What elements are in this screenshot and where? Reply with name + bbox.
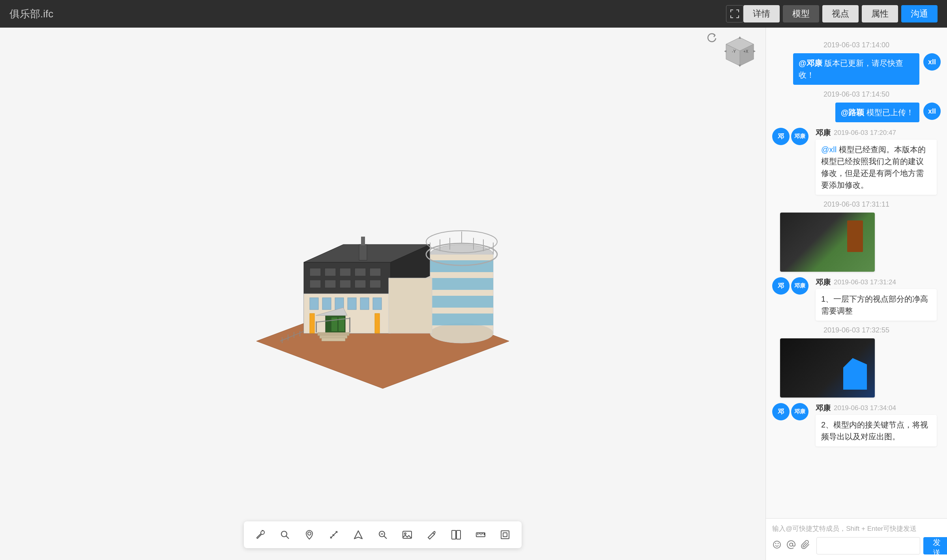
msg-xll-1: xll @邓康 版本已更新，请尽快查收！ xyxy=(772,53,941,85)
chat-panel: 2019-06-03 17:14:00 xll @邓康 版本已更新，请尽快查收！… xyxy=(765,28,947,560)
svg-rect-61 xyxy=(375,314,380,333)
msg-xll-2: xll @路颖 模型已上传！ xyxy=(772,103,941,122)
scene-container xyxy=(0,28,765,560)
svg-point-67 xyxy=(281,531,287,537)
svg-rect-26 xyxy=(322,298,331,310)
top-actions: 详情 模型 视点 属性 沟通 xyxy=(743,5,938,22)
svg-line-68 xyxy=(286,536,289,539)
svg-point-43 xyxy=(430,323,493,343)
svg-rect-16 xyxy=(325,268,336,276)
main-area: -Y +X xyxy=(0,28,947,560)
svg-rect-44 xyxy=(430,260,493,272)
svg-rect-30 xyxy=(373,298,382,310)
svg-rect-83 xyxy=(452,530,456,539)
svg-rect-47 xyxy=(430,314,493,325)
communicate-button[interactable]: 沟通 xyxy=(901,5,938,22)
svg-rect-29 xyxy=(360,298,369,310)
svg-rect-38 xyxy=(316,321,317,332)
avatar-deng-3: 邓 xyxy=(772,403,790,420)
svg-rect-37 xyxy=(322,338,345,341)
svg-rect-24 xyxy=(370,280,381,288)
avatar-deng-label-3: 邓康 xyxy=(791,403,809,420)
input-icons xyxy=(772,540,810,552)
pencil-tool-button[interactable] xyxy=(423,526,440,543)
svg-point-96 xyxy=(790,543,793,546)
svg-rect-92 xyxy=(503,533,507,537)
chat-input-area: 输入@可快捷艾特成员，Shift + Enter可快捷发送 xyxy=(766,518,947,560)
room-image[interactable] xyxy=(780,213,875,272)
msg-content-deng-3: 邓康 2019-06-03 17:34:04 2、模型内的接关键节点，将视频导出… xyxy=(816,403,937,446)
time-divider-4: 2019-06-03 17:32:55 xyxy=(772,326,941,334)
svg-marker-74 xyxy=(354,531,362,539)
svg-line-81 xyxy=(434,531,435,532)
svg-point-93 xyxy=(773,541,780,548)
chat-input-field[interactable] xyxy=(816,537,920,554)
svg-rect-46 xyxy=(430,296,493,308)
msg-content-deng-2: 邓康 2019-06-03 17:31:24 1、一层下方的视点部分的净高需要调… xyxy=(816,277,937,321)
split-tool-button[interactable] xyxy=(447,526,465,543)
avatar-deng-label: 邓康 xyxy=(791,128,809,145)
building-3d xyxy=(225,175,541,412)
svg-rect-17 xyxy=(340,268,351,276)
attachment-button[interactable] xyxy=(801,540,810,552)
zoom-region-button[interactable] xyxy=(374,526,391,543)
bubble-text-1: @邓康 版本已更新，请尽快查收！ xyxy=(793,53,919,85)
svg-rect-28 xyxy=(348,298,356,310)
magnify-tool-button[interactable] xyxy=(276,526,294,543)
svg-rect-91 xyxy=(501,531,509,539)
attribute-button[interactable]: 属性 xyxy=(862,5,898,22)
svg-line-82 xyxy=(434,532,435,534)
svg-rect-59 xyxy=(361,237,365,245)
avatar-deng-2: 邓 xyxy=(772,277,790,295)
time-divider: 2019-06-03 17:14:00 xyxy=(772,41,941,49)
msg-deng-1: 邓 邓康 邓康 2019-06-03 17:20:47 @xll 模型已经查阅。… xyxy=(772,128,941,195)
svg-rect-15 xyxy=(310,268,321,276)
image-msg-room xyxy=(772,213,941,272)
svg-rect-25 xyxy=(310,298,318,310)
3d-viewer[interactable]: -Y +X xyxy=(0,28,765,560)
image-msg-dark xyxy=(772,338,941,398)
avatar-xll: xll xyxy=(923,53,941,71)
measure-tool-button[interactable] xyxy=(325,526,342,543)
viewpoint-button[interactable]: 视点 xyxy=(822,5,859,22)
msg-deng-3: 邓 邓康 邓康 2019-06-03 17:34:04 2、模型内的接关键节点，… xyxy=(772,403,941,446)
msg-content-deng-1: 邓康 2019-06-03 17:20:47 @xll 模型已经查阅。本版本的模… xyxy=(816,128,937,195)
msg-text-deng-3: 2、模型内的接关键节点，将视频导出以及对应出图。 xyxy=(816,415,937,446)
avatar-deng-1: 邓 xyxy=(772,128,790,145)
at-button[interactable] xyxy=(786,540,796,552)
location-tool-button[interactable] xyxy=(301,526,318,543)
input-hint: 输入@可快捷艾特成员，Shift + Enter可快捷发送 xyxy=(772,524,941,533)
bubble-text-2: @路颖 模型已上传！ xyxy=(835,103,919,122)
frame-tool-button[interactable] xyxy=(496,526,514,543)
svg-point-69 xyxy=(308,532,311,535)
time-divider-2: 2019-06-03 17:14:50 xyxy=(772,90,941,99)
msg-text-deng-1: @xll 模型已经查阅。本版本的模型已经按照我们之前的建议修改，但是还是有两个地… xyxy=(816,140,937,195)
send-button[interactable]: 发送 xyxy=(923,537,947,554)
emoji-button[interactable] xyxy=(772,540,782,552)
detail-button[interactable]: 详情 xyxy=(743,5,780,22)
svg-line-76 xyxy=(384,536,387,539)
dark-model-image[interactable] xyxy=(780,338,875,398)
svg-rect-22 xyxy=(340,280,351,288)
svg-rect-57 xyxy=(389,278,432,333)
svg-rect-19 xyxy=(370,268,381,276)
wrench-tool-button[interactable] xyxy=(252,526,269,543)
avatar-xll-2: xll xyxy=(923,103,941,120)
svg-rect-21 xyxy=(325,280,336,288)
avatar-deng-label-2: 邓康 xyxy=(791,277,809,295)
svg-rect-23 xyxy=(355,280,366,288)
fullscreen-button[interactable] xyxy=(726,5,743,22)
svg-rect-20 xyxy=(310,280,321,288)
chat-messages: 2019-06-03 17:14:00 xll @邓康 版本已更新，请尽快查收！… xyxy=(766,28,947,518)
model-button[interactable]: 模型 xyxy=(783,5,819,22)
image-tool-button[interactable] xyxy=(399,526,416,543)
svg-rect-84 xyxy=(457,530,460,539)
ruler-tool-button[interactable] xyxy=(472,526,489,543)
time-divider-3: 2019-06-03 17:31:11 xyxy=(772,200,941,209)
svg-rect-60 xyxy=(310,314,314,333)
navigate-tool-button[interactable] xyxy=(350,526,367,543)
svg-rect-58 xyxy=(359,245,367,260)
svg-rect-18 xyxy=(355,268,366,276)
topbar: 俱乐部.ifc 详情 模型 视点 属性 沟通 xyxy=(0,0,947,28)
input-row: 发送 xyxy=(772,537,941,554)
